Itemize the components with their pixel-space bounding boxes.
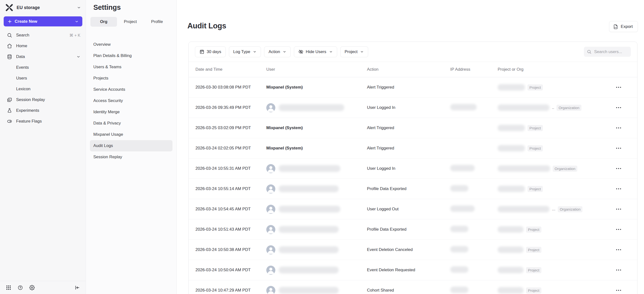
sidebar-item-events[interactable]: Events: [0, 62, 86, 73]
redacted-user-email: [279, 287, 338, 294]
table-row: 2026-03-24 10:47:29 AM PDTCohort SharedP…: [188, 280, 637, 294]
redacted-user-email: [279, 104, 344, 111]
settings-menu-item-identity-merge[interactable]: Identity Merge: [90, 106, 172, 118]
table-row: 2026-03-24 10:51:43 AM PDTProfile Data E…: [188, 219, 637, 240]
settings-menu-item-access-security[interactable]: Access Security: [90, 95, 172, 106]
settings-menu-item-service-accounts[interactable]: Service Accounts: [90, 84, 172, 95]
create-new-button[interactable]: Create New: [4, 16, 82, 27]
user-cell: Mixpanel (System): [266, 125, 367, 130]
redacted-user-email: [279, 165, 340, 172]
search-icon: [7, 33, 12, 38]
user-avatar-icon: [266, 245, 275, 254]
sidebar-item-label: Feature Flags: [16, 119, 42, 124]
org-switcher[interactable]: EU storage: [0, 0, 86, 14]
settings-menu-item-data-privacy[interactable]: Data & Privacy: [90, 118, 172, 129]
project-or-org-cell: Organization: [498, 165, 611, 172]
settings-menu-item-plan-details-billing[interactable]: Plan Details & Billing: [90, 50, 172, 61]
table-header-row: Date and TimeUserActionIP AddressProject…: [188, 62, 637, 77]
sidebar-item-feature-flags[interactable]: Feature Flags: [0, 116, 86, 127]
database-icon: [7, 54, 12, 60]
row-actions-button[interactable]: [615, 145, 623, 151]
row-actions-button[interactable]: [615, 267, 623, 273]
sidebar-nav: Search⌘ + KHomeDataEventsUsersLexiconSes…: [0, 30, 86, 127]
filter-project-button[interactable]: Project: [340, 47, 368, 57]
user-cell: [266, 103, 367, 112]
tab-project[interactable]: Project: [117, 17, 144, 27]
datetime-cell: 2026-03-24 10:55:14 AM PDT: [196, 186, 266, 191]
redacted-ip-address: [450, 205, 475, 212]
filter-log-type-button[interactable]: Log Type: [229, 47, 261, 57]
settings-menu-item-audit-logs[interactable]: Audit Logs: [90, 140, 172, 151]
scope-name-ellipsis: ..: [552, 105, 554, 110]
filter-label: Log Type: [233, 49, 250, 54]
row-menu-cell: [611, 267, 637, 273]
redacted-scope-name: [498, 125, 525, 131]
user-cell: [266, 225, 367, 234]
action-cell: Cohort Shared: [367, 288, 450, 293]
row-actions-button[interactable]: [615, 105, 623, 111]
sidebar: EU storage Create New Search⌘ + KHomeDat…: [0, 0, 86, 294]
home-icon: [7, 43, 12, 49]
redacted-scope-name: [498, 226, 524, 233]
sidebar-item-users[interactable]: Users: [0, 73, 86, 84]
datetime-cell: 2026-03-24 10:50:04 AM PDT: [196, 267, 266, 272]
row-actions-button[interactable]: [615, 206, 623, 212]
filter-30-days-button[interactable]: 30 days: [195, 47, 226, 57]
sidebar-item-lexicon[interactable]: Lexicon: [0, 84, 86, 94]
row-actions-button[interactable]: [615, 226, 623, 233]
settings-menu-item-session-replay[interactable]: Session Replay: [90, 151, 172, 163]
help-circle-icon[interactable]: [18, 285, 23, 290]
apps-grid-icon[interactable]: [6, 285, 11, 290]
sidebar-item-search[interactable]: Search⌘ + K: [0, 30, 86, 41]
project-or-org-cell: Project: [498, 145, 611, 151]
settings-menu-item-projects[interactable]: Projects: [90, 73, 172, 84]
row-menu-cell: [611, 105, 637, 111]
user-avatar-icon: [266, 184, 275, 193]
redacted-scope-name: [498, 165, 550, 172]
scope-type-badge: Organization: [556, 105, 581, 111]
sidebar-item-home[interactable]: Home: [0, 41, 86, 51]
filter-label: Project: [345, 49, 358, 54]
row-actions-button[interactable]: [615, 166, 623, 172]
row-actions-button[interactable]: [615, 84, 623, 91]
filter-hide-users-button[interactable]: Hide Users: [294, 47, 337, 57]
sidebar-item-session-replay[interactable]: Session Replay: [0, 94, 86, 105]
sidebar-item-label: Events: [16, 65, 29, 70]
redacted-ip-address: [450, 226, 468, 232]
redacted-scope-name: [498, 287, 524, 293]
sidebar-item-experiments[interactable]: Experiments: [0, 105, 86, 116]
project-or-org-cell: ..Organization: [498, 104, 611, 111]
settings-menu-item-users-teams[interactable]: Users & Teams: [90, 61, 172, 73]
export-label: Export: [621, 24, 633, 29]
filter-bar: 30 daysLog TypeActionHide UsersProject: [188, 42, 637, 62]
calendar-icon: [199, 49, 204, 54]
row-actions-button[interactable]: [615, 287, 623, 293]
table-row: 2026-03-24 10:55:31 AM PDTUser Logged In…: [188, 158, 637, 179]
sidebar-item-label: Session Replay: [16, 97, 45, 102]
row-actions-button[interactable]: [615, 186, 623, 192]
row-actions-button[interactable]: [615, 247, 623, 253]
tab-profile[interactable]: Profile: [144, 17, 170, 27]
table-row: 2026-03-24 10:50:38 AM PDTEvent Deletion…: [188, 240, 637, 260]
row-actions-button[interactable]: [615, 125, 623, 131]
sidebar-item-data[interactable]: Data: [0, 51, 86, 62]
datetime-cell: 2026-03-24 02:02:05 PM PDT: [196, 146, 266, 151]
gear-icon[interactable]: [29, 285, 35, 290]
collapse-sidebar-icon[interactable]: [74, 285, 80, 290]
search-users-input[interactable]: [594, 49, 628, 55]
filter-action-button[interactable]: Action: [264, 47, 291, 57]
action-cell: User Logged In: [367, 166, 450, 171]
ip-address-cell: [450, 104, 498, 112]
row-menu-cell: [611, 206, 637, 212]
scope-type-badge: Project: [526, 247, 542, 253]
scope-type-badge: Project: [528, 84, 543, 91]
keyboard-shortcut: ⌘ + K: [70, 33, 80, 38]
settings-panel: Settings OrgProjectProfile OverviewPlan …: [86, 0, 177, 294]
export-button[interactable]: csv Export: [609, 21, 638, 32]
tab-org[interactable]: Org: [90, 17, 117, 27]
settings-menu-item-overview[interactable]: Overview: [90, 39, 172, 50]
user-cell: [266, 164, 367, 173]
settings-menu-item-mixpanel-usage[interactable]: Mixpanel Usage: [90, 129, 172, 140]
datetime-cell: 2026-03-24 10:54:45 AM PDT: [196, 207, 266, 212]
datetime-cell: 2026-03-24 10:50:38 AM PDT: [196, 247, 266, 252]
